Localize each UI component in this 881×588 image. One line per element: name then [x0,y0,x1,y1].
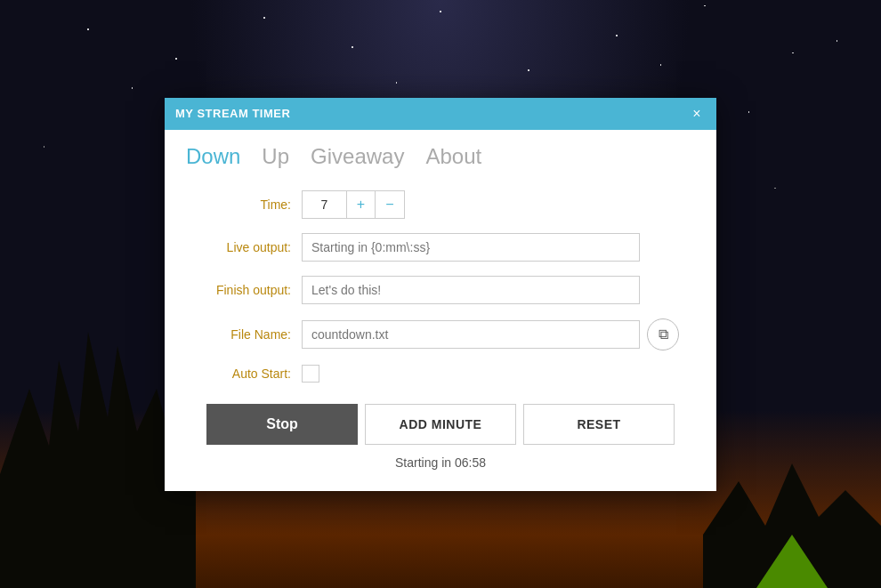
tab-about[interactable]: About [425,144,481,169]
file-name-input[interactable] [302,320,640,349]
stop-button[interactable]: Stop [206,404,358,445]
copy-button[interactable]: ⧉ [647,318,679,350]
finish-output-label: Finish output: [186,283,302,297]
live-output-row: Live output: [186,233,695,262]
dialog-title: MY STREAM TIMER [175,107,290,120]
dialog-content: Down Up Giveaway About Time: 7 + − Live … [165,130,716,491]
file-name-label: File Name: [186,327,302,342]
title-bar: MY STREAM TIMER × [165,98,716,130]
live-output-input[interactable] [302,233,640,262]
time-decrement-button[interactable]: − [376,191,404,218]
auto-start-row: Auto Start: [186,365,695,383]
file-name-control: ⧉ [302,318,679,350]
status-text: Starting in 06:58 [186,455,695,470]
live-output-label: Live output: [186,240,302,254]
add-minute-button[interactable]: ADD MINUTE [365,404,516,445]
buttons-row: Stop ADD MINUTE RESET [186,404,695,445]
close-button[interactable]: × [688,105,706,123]
main-dialog: MY STREAM TIMER × Down Up Giveaway About… [165,98,716,491]
finish-output-row: Finish output: [186,276,695,304]
time-control: 7 + − [302,190,405,219]
time-label: Time: [186,197,302,212]
finish-output-input[interactable] [302,276,640,304]
file-name-row: File Name: ⧉ [186,318,695,350]
time-row: Time: 7 + − [186,190,695,219]
auto-start-label: Auto Start: [186,366,302,381]
time-increment-button[interactable]: + [347,191,376,218]
reset-button[interactable]: RESET [523,404,675,445]
tab-giveaway[interactable]: Giveaway [311,144,404,169]
copy-icon: ⧉ [659,326,668,342]
tab-bar: Down Up Giveaway About [186,144,695,169]
time-value: 7 [303,191,347,218]
tab-up[interactable]: Up [262,144,289,169]
auto-start-checkbox[interactable] [302,365,319,383]
tab-down[interactable]: Down [186,144,240,169]
